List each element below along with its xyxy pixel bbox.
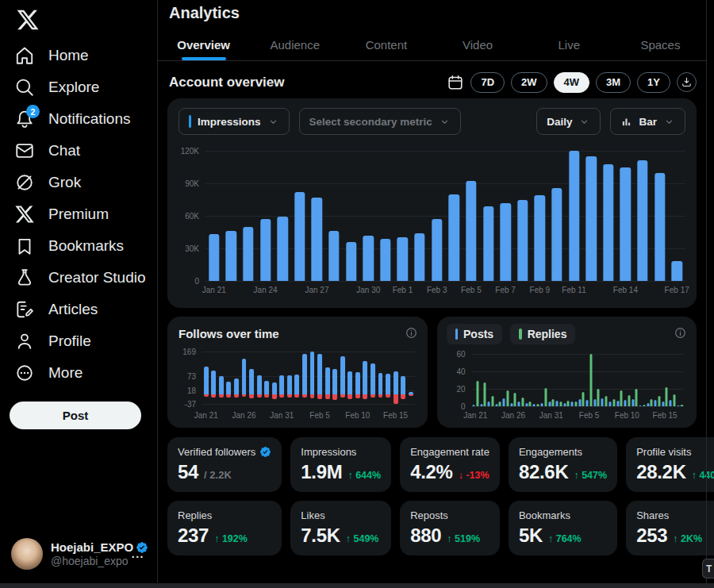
x-axis-tick: Feb 15 xyxy=(383,411,408,420)
sidebar-item-premium[interactable]: Premium xyxy=(8,198,149,230)
tab-audience[interactable]: Audience xyxy=(249,29,340,60)
follows-bar-chart[interactable]: 1697318-37Jan 21Jan 26Jan 31Feb 5Feb 10F… xyxy=(202,348,415,406)
data-bar xyxy=(370,363,375,395)
horizontal-scrollbar[interactable] xyxy=(0,583,714,588)
follows-chart-title: Follows over time xyxy=(167,317,428,340)
tab-content[interactable]: Content xyxy=(340,29,432,60)
x-axis-tick: Jan 21 xyxy=(202,286,226,294)
data-bar xyxy=(279,394,284,397)
data-bar xyxy=(249,369,254,394)
y-axis-tick: 60 xyxy=(456,349,465,358)
tab-label: Spaces xyxy=(640,38,680,52)
post-button[interactable]: Post xyxy=(10,402,141,429)
chart-type-label: Bar xyxy=(639,116,657,128)
sidebar-nav: HomeExplore2NotificationsChatGrokPremium… xyxy=(8,40,149,389)
data-bar xyxy=(483,206,493,281)
data-bar xyxy=(287,375,292,394)
analytics-tabs: OverviewAudienceContentVideoLiveSpaces xyxy=(158,29,706,61)
x-axis-tick: Jan 30 xyxy=(356,286,380,294)
stat-card-shares: Shares253↑ 2K% xyxy=(626,501,714,555)
sidebar-item-chat[interactable]: Chat xyxy=(8,135,149,167)
sidebar-item-grok[interactable]: Grok xyxy=(8,167,149,198)
legend-replies[interactable]: Replies xyxy=(510,324,575,344)
data-bar xyxy=(631,399,634,406)
analytics-main: Analytics OverviewAudienceContentVideoLi… xyxy=(158,0,706,582)
x-axis-tick: Feb 14 xyxy=(613,286,638,294)
sidebar-item-bookmarks[interactable]: Bookmarks xyxy=(8,230,149,262)
y-axis-tick: 60K xyxy=(185,212,199,221)
gridline xyxy=(472,389,685,390)
period-button-2w[interactable]: 2W xyxy=(511,72,547,93)
x-axis-tick: Feb 10 xyxy=(615,411,639,420)
period-button-1y[interactable]: 1Y xyxy=(637,72,670,93)
period-button-3m[interactable]: 3M xyxy=(596,72,631,93)
data-bar xyxy=(658,396,660,406)
sidebar-item-articles[interactable]: Articles xyxy=(8,294,149,325)
stat-card-reposts: Reposts880↑ 519% xyxy=(400,501,500,555)
data-bar xyxy=(234,394,239,397)
stat-delta: ↑ 440% xyxy=(692,470,714,481)
period-button-4w[interactable]: 4W xyxy=(554,72,590,93)
secondary-metric-select[interactable]: Select secondary metric xyxy=(299,108,461,135)
legend-posts-label: Posts xyxy=(463,328,493,340)
stat-value: 5K xyxy=(519,525,543,547)
stat-value: 880 xyxy=(410,525,441,547)
download-icon[interactable] xyxy=(677,72,697,92)
data-bar xyxy=(495,404,497,406)
data-bar xyxy=(393,371,398,394)
tab-spaces[interactable]: Spaces xyxy=(615,29,706,60)
info-icon[interactable] xyxy=(674,326,687,340)
gridline xyxy=(205,183,685,184)
data-bar xyxy=(586,400,589,406)
frequency-select[interactable]: Daily xyxy=(536,108,601,135)
sidebar: HomeExplore2NotificationsChatGrokPremium… xyxy=(0,0,158,582)
data-bar xyxy=(533,404,536,406)
impressions-bar-chart[interactable]: 120K90K60K30K0Jan 21Jan 24Jan 27Jan 30Fe… xyxy=(205,144,685,281)
data-bar xyxy=(673,394,675,406)
posts-replies-bar-chart[interactable]: 6040200Jan 21Jan 26Jan 31Feb 5Feb 10Feb … xyxy=(472,348,685,406)
stat-label: Reposts xyxy=(410,509,448,521)
data-bar xyxy=(397,237,408,281)
data-bar xyxy=(574,402,577,406)
data-bar xyxy=(401,394,405,398)
account-menu-icon[interactable]: ... xyxy=(132,548,148,560)
stat-label: Bookmarks xyxy=(519,509,570,521)
data-bar xyxy=(529,402,532,406)
legend-posts[interactable]: Posts xyxy=(447,324,503,344)
sidebar-item-profile[interactable]: Profile xyxy=(8,325,149,357)
data-bar xyxy=(272,394,277,399)
sidebar-item-explore[interactable]: Explore xyxy=(8,71,149,103)
data-bar xyxy=(559,402,562,406)
data-bar xyxy=(582,392,585,406)
tab-overview[interactable]: Overview xyxy=(158,29,249,60)
sidebar-item-home[interactable]: Home xyxy=(8,40,149,71)
primary-metric-select[interactable]: Impressions xyxy=(178,108,290,135)
x-logo-icon[interactable] xyxy=(16,8,40,32)
stat-delta: ↑ 192% xyxy=(214,533,248,544)
gridline xyxy=(202,404,415,405)
sidebar-item-label: Premium xyxy=(48,206,109,223)
period-button-7d[interactable]: 7D xyxy=(470,72,505,93)
sidebar-item-more[interactable]: More xyxy=(8,357,149,389)
cropped-tooltip[interactable]: T xyxy=(702,559,714,578)
sidebar-item-creator-studio[interactable]: Creator Studio xyxy=(8,262,149,294)
chart-type-select[interactable]: Bar xyxy=(610,108,685,135)
search-icon xyxy=(14,77,35,98)
tab-live[interactable]: Live xyxy=(524,29,615,60)
stat-delta: ↑ 2K% xyxy=(673,533,702,544)
stat-value: 1.9M xyxy=(301,461,342,483)
calendar-icon[interactable] xyxy=(447,74,464,91)
stat-delta: ↑ 644% xyxy=(347,470,381,481)
x-axis-tick: Feb 15 xyxy=(653,411,678,420)
bell-icon: 2 xyxy=(14,109,35,129)
info-icon[interactable] xyxy=(405,326,418,340)
sidebar-item-notifications[interactable]: 2Notifications xyxy=(8,103,149,135)
y-axis-tick: 120K xyxy=(181,147,199,156)
data-bar xyxy=(234,379,239,394)
data-bar xyxy=(510,403,512,406)
gridline xyxy=(205,281,685,282)
sidebar-item-label: Articles xyxy=(48,301,98,318)
account-switcher[interactable]: Hoejabi_EXPO @hoejabi_expo ... xyxy=(6,533,152,575)
tab-video[interactable]: Video xyxy=(432,29,524,60)
y-axis-tick: 0 xyxy=(194,277,199,286)
